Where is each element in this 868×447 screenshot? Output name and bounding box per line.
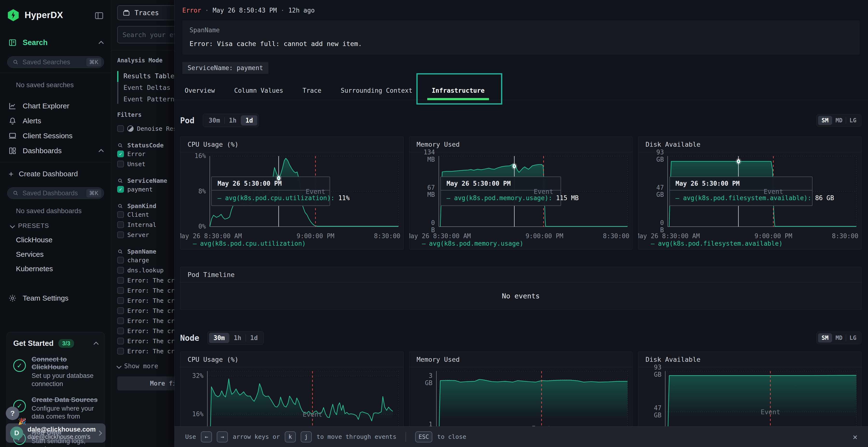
j-key[interactable]: j [301, 431, 312, 442]
checkbox[interactable] [117, 232, 124, 238]
right-arrow-key[interactable]: → [217, 431, 228, 442]
pod-range-1h[interactable]: 1h [225, 115, 241, 126]
pod-range-1d[interactable]: 1d [241, 115, 257, 126]
chevron-up-icon[interactable] [94, 342, 99, 347]
sidebar-item-client-sessions[interactable]: Client Sessions [0, 128, 111, 143]
esc-key[interactable]: ESC [415, 431, 432, 442]
checkbox[interactable]: ✓ [117, 150, 124, 157]
filters-label: Filters [117, 111, 174, 118]
preset-services[interactable]: Services [16, 250, 111, 259]
filter-option[interactable]: Error: The cr [117, 326, 174, 336]
chart-svg [439, 156, 628, 227]
analysis-mode-event-deltas[interactable]: Event Deltas [123, 82, 174, 93]
source-select[interactable]: Traces [117, 5, 174, 20]
event-relative-time: 12h ago [288, 7, 315, 14]
checkbox[interactable] [117, 297, 124, 304]
checkbox[interactable] [117, 211, 124, 218]
filter-group-header: SpanKind [117, 203, 174, 209]
checkbox[interactable] [117, 328, 124, 334]
filter-option[interactable]: Error: The cr [117, 306, 174, 316]
node-size-md[interactable]: MD [832, 333, 846, 342]
preset-kubernetes[interactable]: Kubernetes [16, 265, 111, 273]
sidebar-item-chart-explorer[interactable]: Chart Explorer [0, 99, 111, 113]
filter-option[interactable]: Client [117, 209, 174, 220]
filter-option[interactable]: charge [117, 255, 174, 265]
user-account-chip[interactable]: D dale@clickhouse.com dale@clickhouse.co… [6, 423, 105, 443]
pod-size-lg[interactable]: LG [846, 116, 860, 125]
tab-trace[interactable]: Trace [303, 87, 321, 94]
checkbox[interactable]: ✓ [117, 186, 124, 193]
filter-option[interactable]: Error: The cr [117, 275, 174, 285]
span-name-label: SpanName [189, 27, 852, 34]
sidebar-item-team-settings[interactable]: Team Settings [0, 291, 111, 306]
checkbox[interactable] [117, 338, 124, 344]
checkbox[interactable] [117, 161, 124, 167]
show-more-button[interactable]: Show more [117, 363, 174, 370]
y-axis-tick: 47 GB [654, 405, 661, 419]
checkbox[interactable] [117, 287, 124, 294]
sidebar-item-alerts[interactable]: Alerts [0, 113, 111, 128]
node-range-30m[interactable]: 30m [209, 333, 229, 343]
filter-option[interactable]: Error: The cr [117, 336, 174, 346]
analysis-mode-event-patterns[interactable]: Event Patterns [123, 93, 174, 105]
preset-clickhouse[interactable]: ClickHouse [16, 236, 111, 244]
filter-option[interactable]: ✓Error [117, 149, 174, 159]
tab-column-values[interactable]: Column Values [234, 87, 283, 94]
filter-option[interactable]: Unset [117, 159, 174, 169]
node-range-1h[interactable]: 1h [229, 333, 245, 343]
help-button[interactable]: ? [6, 407, 19, 420]
more-filters-button[interactable]: More filters [117, 376, 174, 390]
event-annotation-label: Event [303, 411, 322, 418]
pod-size-sm[interactable]: SM [818, 116, 832, 125]
checkbox[interactable] [117, 221, 124, 228]
node-size-sm[interactable]: SM [818, 333, 832, 342]
checkbox[interactable] [117, 348, 124, 354]
filter-option[interactable]: Server [117, 230, 174, 240]
cmd-k-shortcut: ⌘K [86, 189, 101, 198]
filter-option[interactable]: Error: The cr [117, 296, 174, 306]
close-icon[interactable]: ✕ [853, 432, 858, 442]
node-time-range-control: 30m1h1d [207, 331, 264, 345]
tab-surrounding-context[interactable]: Surrounding Context [341, 87, 412, 94]
source-select-value: Traces [134, 9, 159, 17]
y-axis-tick: 0% [198, 223, 206, 230]
sidebar-item-dashboards[interactable]: Dashboards [0, 143, 111, 158]
chart-tooltip-value: — avg(k8s.pod.cpu.utilization): 11% [212, 191, 330, 205]
filter-option[interactable]: Internal [117, 220, 174, 230]
sidebar-item-search[interactable]: Search [0, 35, 111, 50]
chevron-up-icon [99, 149, 104, 154]
saved-searches-input[interactable]: Saved Searches ⌘K [7, 56, 104, 68]
tab-infrastructure[interactable]: Infrastructure [432, 87, 485, 94]
filter-option[interactable]: Error: The cr [117, 316, 174, 326]
checkbox[interactable] [117, 277, 124, 284]
collapse-sidebar-icon[interactable] [94, 11, 104, 20]
filter-group-statuscode: StatusCode✓ErrorUnset [112, 142, 174, 169]
denoise-results-row[interactable]: Denoise Results [117, 124, 174, 134]
sidebar-item-label: Search [23, 38, 48, 47]
checkbox[interactable] [117, 257, 124, 264]
filter-option[interactable]: Error: The cr [117, 285, 174, 296]
checkbox[interactable] [117, 317, 124, 324]
node-size-lg[interactable]: LG [846, 333, 860, 342]
tab-overview[interactable]: Overview [185, 87, 215, 94]
presets-header[interactable]: PRESETS [10, 222, 111, 230]
saved-dashboards-input[interactable]: Saved Dashboards ⌘K [7, 187, 104, 199]
checkbox[interactable] [117, 307, 124, 314]
service-name-tag[interactable]: ServiceName: payment [182, 62, 268, 74]
filter-option[interactable]: dns.lookup [117, 265, 174, 275]
filter-option[interactable]: Error: The cr [117, 346, 174, 356]
checkbox[interactable] [117, 267, 124, 274]
event-search-input[interactable]: Search your events [117, 26, 174, 43]
left-arrow-key[interactable]: ← [201, 431, 212, 442]
pod-size-md[interactable]: MD [832, 116, 846, 125]
denoise-checkbox[interactable] [117, 125, 124, 132]
user-email: dale@clickhouse.com [28, 426, 93, 433]
create-dashboard-button[interactable]: + Create Dashboard [0, 167, 111, 181]
filter-option[interactable]: ✓payment [117, 184, 174, 194]
pod-range-30m[interactable]: 30m [205, 115, 224, 126]
get-started-item: ✓Create Data SourcesConfigure where your… [13, 396, 98, 421]
node-range-1d[interactable]: 1d [246, 333, 262, 343]
search-icon [117, 203, 123, 209]
k-key[interactable]: k [285, 431, 296, 442]
analysis-mode-results-table[interactable]: Results Table [123, 70, 174, 82]
